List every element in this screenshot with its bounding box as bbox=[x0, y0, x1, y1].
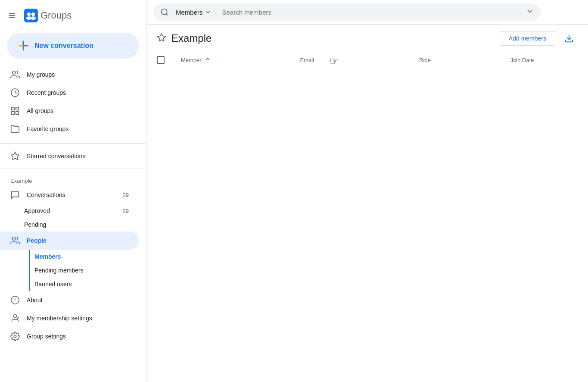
my-membership-label: My membership settings bbox=[27, 315, 92, 322]
checkbox-col bbox=[157, 56, 174, 64]
new-conversation-button[interactable]: New conversation bbox=[7, 33, 139, 59]
member-col-label: Member bbox=[181, 57, 202, 63]
people-subnav: Members Pending members Banned users bbox=[0, 250, 146, 291]
sidebar-item-members[interactable]: Members bbox=[0, 250, 139, 263]
sidebar-item-label: Favorite groups bbox=[27, 125, 68, 132]
main-nav: My groups Recent groups All groups bbox=[0, 64, 146, 140]
sidebar-item-group-settings[interactable]: Group settings bbox=[0, 327, 139, 345]
group-title: Example bbox=[171, 32, 495, 44]
people-group-icon bbox=[10, 236, 20, 245]
add-members-button[interactable]: Add members bbox=[500, 31, 555, 46]
grid-icon bbox=[10, 106, 20, 116]
app-logo[interactable]: Groups bbox=[24, 9, 72, 22]
svg-rect-17 bbox=[16, 107, 19, 110]
svg-point-14 bbox=[12, 71, 16, 74]
sidebar-item-banned-users[interactable]: Banned users bbox=[0, 277, 139, 291]
svg-point-5 bbox=[31, 13, 35, 16]
sidebar: Groups New conversation bbox=[0, 0, 146, 382]
svg-point-21 bbox=[12, 237, 16, 240]
filter-dropdown[interactable]: Members bbox=[172, 9, 215, 16]
sidebar-item-favorite-groups[interactable]: Favorite groups bbox=[0, 120, 139, 138]
sidebar-item-label: All groups bbox=[27, 107, 53, 114]
folder-icon bbox=[10, 124, 20, 134]
group-section-label: Example bbox=[0, 172, 146, 186]
search-dropdown-icon[interactable] bbox=[526, 7, 534, 17]
col-member-header[interactable]: Member bbox=[181, 56, 293, 64]
banned-users-label: Banned users bbox=[34, 281, 72, 288]
star-bookmark-icon[interactable] bbox=[157, 33, 166, 44]
sidebar-item-label: Recent groups bbox=[27, 89, 66, 96]
menu-button[interactable] bbox=[3, 7, 21, 24]
sort-ascending-icon bbox=[204, 56, 211, 64]
search-container: Members bbox=[153, 3, 541, 21]
col-joindate-header: Join Date bbox=[510, 57, 578, 63]
svg-line-28 bbox=[166, 14, 168, 16]
svg-rect-19 bbox=[16, 112, 19, 114]
clock-icon bbox=[10, 88, 20, 97]
sidebar-item-people[interactable]: People bbox=[0, 232, 139, 250]
sidebar-item-all-groups[interactable]: All groups bbox=[0, 102, 139, 120]
pending-label: Pending bbox=[24, 221, 46, 228]
role-col-label: Role bbox=[419, 57, 431, 63]
main-content: Members Example Add members bbox=[146, 0, 588, 382]
gear-icon bbox=[10, 332, 20, 341]
app-name-label: Groups bbox=[40, 10, 72, 21]
select-all-checkbox[interactable] bbox=[157, 56, 165, 64]
search-icon bbox=[160, 8, 169, 16]
svg-point-27 bbox=[162, 9, 167, 15]
filter-label: Members bbox=[176, 9, 203, 16]
email-col-label: Email bbox=[300, 57, 314, 63]
conversations-count: 29 bbox=[123, 192, 129, 198]
svg-point-7 bbox=[31, 16, 36, 20]
plus-icon bbox=[17, 40, 29, 52]
people-icon bbox=[10, 70, 20, 79]
sidebar-header: Groups bbox=[0, 3, 146, 28]
divider-1 bbox=[0, 143, 146, 144]
svg-rect-18 bbox=[12, 112, 14, 114]
approved-count: 29 bbox=[123, 208, 129, 214]
sidebar-item-pending[interactable]: Pending bbox=[24, 218, 139, 232]
col-role-header: Role bbox=[419, 57, 503, 63]
svg-rect-16 bbox=[12, 107, 14, 110]
members-label: Members bbox=[34, 253, 61, 260]
sidebar-item-pending-members[interactable]: Pending members bbox=[0, 263, 139, 277]
sidebar-item-approved[interactable]: Approved 29 bbox=[24, 204, 139, 218]
membership-icon bbox=[10, 313, 20, 323]
star-icon bbox=[10, 151, 20, 161]
table-header: Member Email Role Join Date bbox=[146, 52, 588, 68]
members-header: Example Add members bbox=[146, 25, 588, 52]
group-settings-label: Group settings bbox=[27, 333, 66, 340]
col-email-header: Email bbox=[300, 57, 413, 63]
svg-marker-20 bbox=[11, 152, 19, 160]
sidebar-item-my-groups[interactable]: My groups bbox=[0, 66, 139, 84]
starred-conversations-label: Starred conversations bbox=[27, 153, 85, 160]
svg-rect-3 bbox=[24, 9, 38, 22]
conversations-label: Conversations bbox=[27, 191, 65, 198]
info-icon bbox=[10, 295, 20, 305]
approved-label: Approved bbox=[24, 207, 50, 214]
about-label: About bbox=[27, 297, 43, 304]
pending-members-label: Pending members bbox=[34, 267, 84, 274]
conversations-icon bbox=[10, 190, 20, 200]
sidebar-item-label: My groups bbox=[27, 71, 55, 78]
top-bar: Members bbox=[146, 0, 588, 25]
joindate-col-label: Join Date bbox=[510, 57, 534, 63]
svg-point-4 bbox=[27, 13, 31, 16]
sidebar-item-recent-groups[interactable]: Recent groups bbox=[0, 84, 139, 102]
sidebar-item-my-membership[interactable]: My membership settings bbox=[0, 309, 139, 327]
divider-2 bbox=[0, 169, 146, 169]
sidebar-item-starred[interactable]: Starred conversations bbox=[0, 147, 139, 165]
download-button[interactable] bbox=[560, 30, 578, 47]
people-label: People bbox=[27, 237, 47, 244]
svg-point-25 bbox=[13, 315, 16, 318]
search-input[interactable] bbox=[222, 9, 522, 16]
svg-point-26 bbox=[14, 335, 16, 338]
empty-table-area bbox=[146, 68, 588, 382]
sidebar-item-conversations[interactable]: Conversations 29 bbox=[0, 186, 139, 204]
sidebar-item-about[interactable]: About bbox=[0, 291, 139, 309]
svg-marker-29 bbox=[158, 33, 165, 41]
conversations-subnav: Approved 29 Pending bbox=[0, 204, 146, 232]
new-conversation-label: New conversation bbox=[34, 42, 93, 50]
